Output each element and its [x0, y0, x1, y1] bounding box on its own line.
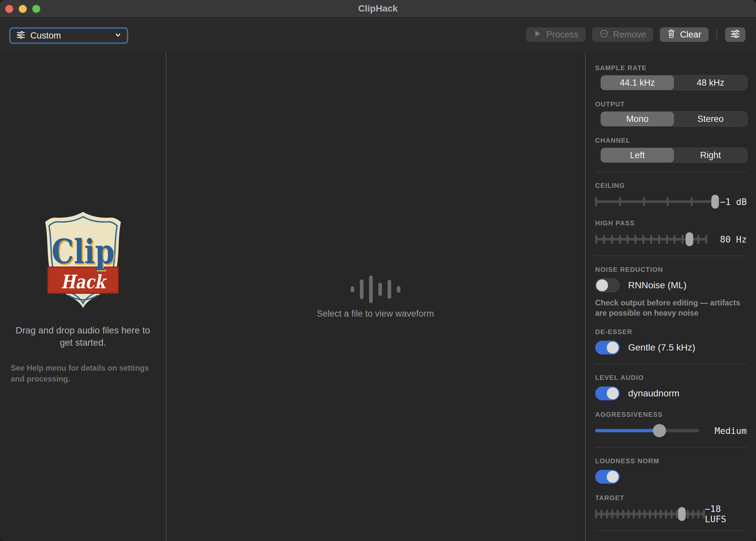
noise-reduction-note: Check output before editing — artifacts … — [595, 298, 747, 318]
settings-panel-toggle-button[interactable] — [725, 27, 745, 42]
high-pass-label: HIGH PASS — [595, 219, 747, 227]
settings-panel: SAMPLE RATE 44.1 kHz 48 kHz OUTPUT Mono … — [585, 53, 756, 541]
toolbar: Custom Process Remove — [0, 17, 756, 53]
minus-circle-icon — [599, 29, 609, 41]
toolbar-separator — [716, 28, 717, 42]
sliders-icon — [16, 30, 26, 41]
rnnoise-toggle[interactable] — [595, 278, 620, 292]
noise-reduction-label: NOISE REDUCTION — [595, 266, 747, 273]
play-icon — [533, 29, 542, 40]
window-title: ClipHack — [0, 0, 756, 17]
preset-select-value: Custom — [30, 31, 110, 41]
aggressiveness-value: Medium — [714, 426, 747, 436]
aggressiveness-slider[interactable] — [595, 423, 699, 438]
section-divider — [595, 530, 747, 531]
target-slider-thumb[interactable] — [678, 507, 685, 521]
sample-rate-option-44-1[interactable]: 44.1 kHz — [601, 75, 674, 90]
target-slider[interactable] — [595, 506, 705, 522]
clear-button[interactable]: Clear — [660, 27, 709, 42]
preset-select[interactable]: Custom — [9, 27, 128, 44]
drop-hint-title: Drag and drop audio files here to get st… — [12, 324, 154, 349]
de-esser-label: DE-ESSER — [595, 328, 747, 336]
logo-text-top: Clip — [51, 232, 114, 271]
ceiling-value: −1 dB — [720, 197, 747, 207]
waveform-area: Select a file to view waveform — [166, 53, 584, 541]
output-option-stereo[interactable]: Stereo — [674, 112, 747, 126]
help-hint: See Help menu for details on settings an… — [11, 363, 155, 384]
target-label: TARGET — [595, 494, 747, 502]
titlebar: ClipHack — [0, 0, 756, 17]
sample-rate-option-48[interactable]: 48 kHz — [674, 75, 747, 90]
section-divider — [595, 447, 747, 447]
app-window: ClipHack Custom — [0, 0, 756, 541]
ceiling-label: CEILING — [595, 182, 747, 190]
section-divider — [595, 364, 747, 364]
sample-rate-segmented: 44.1 kHz 48 kHz — [600, 75, 747, 90]
high-pass-slider-thumb[interactable] — [685, 232, 693, 246]
channel-label: CHANNEL — [595, 136, 747, 144]
level-audio-label: LEVEL AUDIO — [595, 374, 747, 381]
output-option-mono[interactable]: Mono — [601, 112, 674, 126]
trash-icon — [667, 29, 676, 41]
channel-segmented: Left Right — [600, 148, 747, 163]
clear-button-label: Clear — [680, 30, 701, 40]
waveform-placeholder-text: Select a file to view waveform — [317, 309, 434, 319]
high-pass-value: 80 Hz — [720, 234, 747, 245]
sliders-icon — [730, 29, 741, 41]
aggressiveness-label: AGGRESSIVENESS — [595, 410, 747, 418]
cliphack-logo: Clip Clip Hack — [35, 209, 131, 311]
waveform-icon — [351, 275, 400, 303]
rnnoise-toggle-label: RNNoise (ML) — [628, 280, 686, 290]
remove-button[interactable]: Remove — [592, 27, 653, 42]
process-button[interactable]: Process — [526, 27, 586, 42]
channel-option-left[interactable]: Left — [601, 148, 674, 163]
ceiling-slider[interactable] — [595, 194, 716, 209]
de-esser-toggle[interactable] — [595, 341, 620, 354]
channel-option-right[interactable]: Right — [674, 148, 747, 163]
logo-text-bottom: Hack — [61, 271, 106, 292]
section-divider — [595, 172, 747, 172]
de-esser-toggle-label: Gentle (7.5 kHz) — [628, 342, 695, 353]
sample-rate-label: SAMPLE RATE — [595, 64, 747, 72]
ceiling-slider-thumb[interactable] — [711, 195, 719, 209]
target-value: −18 LUFS — [705, 504, 747, 524]
process-button-label: Process — [546, 30, 578, 40]
section-divider — [595, 256, 747, 256]
file-drop-zone[interactable]: Clip Clip Hack Drag and drop audio files… — [0, 53, 166, 541]
high-pass-slider[interactable] — [595, 232, 707, 247]
aggressiveness-slider-thumb[interactable] — [653, 424, 666, 437]
remove-button-label: Remove — [613, 30, 646, 40]
level-audio-toggle-label: dynaudnorm — [628, 388, 680, 399]
output-label: OUTPUT — [595, 100, 747, 108]
loudness-norm-label: LOUDNESS NORM — [595, 457, 747, 465]
output-segmented: Mono Stereo — [600, 111, 747, 127]
level-audio-toggle[interactable] — [595, 386, 620, 400]
loudness-norm-toggle[interactable] — [595, 470, 620, 484]
chevron-down-icon — [114, 31, 122, 40]
